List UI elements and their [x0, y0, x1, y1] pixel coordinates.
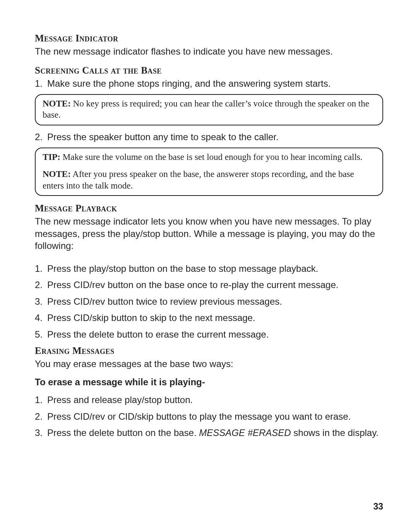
- list-item: Make sure the phone stops ringing, and t…: [35, 77, 383, 90]
- list-item: Press the delete button on the base. MES…: [35, 427, 383, 439]
- list-item-text-italic: MESSAGE #ERASED: [199, 427, 291, 438]
- list-item-text-post: shows in the display.: [291, 427, 379, 438]
- list-item: Press the play/stop button on the base t…: [35, 263, 383, 275]
- note-label: NOTE:: [43, 99, 71, 108]
- note-body: No key press is required; you can hear t…: [43, 99, 369, 120]
- subheading-erase-playing: To erase a message while it is playing-: [35, 377, 383, 388]
- note-body: After you press speaker on the base, the…: [43, 169, 354, 190]
- list-item: Press CID/rev button on the base once to…: [35, 279, 383, 291]
- body-message-playback: The new message indicator lets you know …: [35, 215, 383, 252]
- note-box: NOTE: No key press is required; you can …: [35, 94, 383, 126]
- body-message-indicator: The new message indicator flashes to ind…: [35, 45, 383, 57]
- tip-body: Make sure the volume on the base is set …: [60, 152, 363, 162]
- heading-message-indicator: Message Indicator: [35, 33, 383, 44]
- note-box: TIP: Make sure the volume on the base is…: [35, 148, 383, 196]
- tip-label: TIP:: [43, 152, 60, 162]
- note-label: NOTE:: [43, 169, 71, 179]
- note-text: NOTE: No key press is required; you can …: [43, 98, 375, 121]
- list-item: Press CID/rev or CID/skip buttons to pla…: [35, 410, 383, 423]
- heading-screening-calls: Screening Calls at the Base: [35, 65, 383, 76]
- list-item-text-pre: Press the delete button on the base.: [47, 427, 199, 438]
- list-item: Press and release play/stop button.: [35, 394, 383, 406]
- body-erasing-messages: You may erase messages at the base two w…: [35, 358, 383, 370]
- heading-erasing-messages: Erasing Messages: [35, 345, 383, 356]
- page-number: 33: [373, 501, 383, 512]
- tip-text: TIP: Make sure the volume on the base is…: [43, 151, 375, 163]
- list-item: Press the speaker button any time to spe…: [35, 131, 383, 143]
- list-item: Press CID/skip button to skip to the nex…: [35, 312, 383, 324]
- heading-message-playback: Message Playback: [35, 203, 383, 214]
- list-item: Press CID/rev button twice to review pre…: [35, 295, 383, 308]
- list-item: Press the delete button to erase the cur…: [35, 328, 383, 341]
- note-text: NOTE: After you press speaker on the bas…: [43, 168, 375, 192]
